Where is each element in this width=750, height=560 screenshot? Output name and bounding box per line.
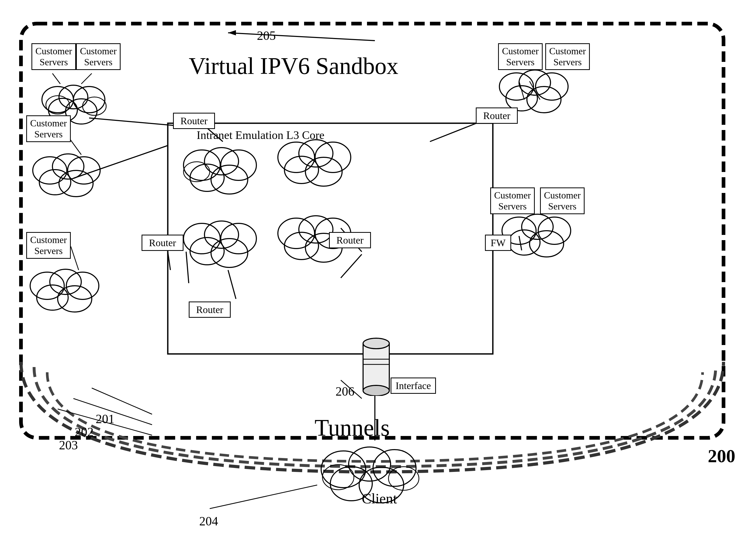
svg-line-59 — [53, 74, 60, 84]
tunnels-label: Tunnels — [315, 414, 390, 441]
svg-point-45 — [278, 218, 315, 248]
cs-box-3: CustomerServers — [26, 115, 71, 142]
svg-marker-76 — [228, 30, 236, 35]
svg-point-4 — [74, 86, 105, 113]
svg-point-29 — [183, 150, 220, 180]
svg-point-32 — [190, 164, 224, 192]
svg-line-72 — [341, 254, 362, 278]
svg-point-3 — [59, 85, 88, 109]
svg-point-84 — [363, 385, 389, 396]
svg-point-16 — [66, 272, 99, 299]
svg-point-12 — [39, 169, 71, 195]
client-label: Client — [362, 490, 397, 507]
svg-point-43 — [190, 238, 224, 265]
svg-point-28 — [529, 231, 564, 257]
svg-line-68 — [168, 252, 170, 270]
svg-point-42 — [221, 223, 256, 254]
cs-box-4: CustomerServers — [26, 232, 71, 259]
router-box-4: Router — [189, 301, 231, 318]
svg-point-37 — [315, 142, 351, 173]
svg-point-26 — [538, 217, 571, 244]
ref-203: 203 — [59, 438, 78, 452]
svg-point-10 — [53, 154, 84, 179]
svg-line-73 — [519, 236, 522, 251]
svg-point-17 — [37, 285, 68, 310]
svg-line-62 — [71, 246, 79, 270]
svg-point-21 — [535, 73, 568, 100]
svg-point-20 — [519, 70, 550, 95]
svg-line-57 — [89, 118, 178, 126]
svg-point-8 — [83, 97, 106, 115]
router-box-5: Router — [329, 232, 371, 248]
svg-point-30 — [204, 147, 239, 175]
svg-point-40 — [183, 223, 220, 254]
svg-point-34 — [183, 162, 210, 182]
cs-box-5: CustomerServers — [498, 43, 543, 70]
svg-line-65 — [430, 122, 480, 142]
ref-202: 202 — [75, 425, 94, 439]
svg-point-9 — [33, 157, 67, 184]
svg-line-69 — [186, 252, 189, 283]
cs-box-1: CustomerServers — [32, 43, 76, 70]
svg-point-83 — [363, 338, 389, 349]
ref-206: 206 — [336, 384, 354, 399]
svg-point-11 — [68, 157, 100, 184]
ref-201: 201 — [96, 412, 115, 426]
svg-point-13 — [59, 171, 93, 197]
svg-point-2 — [42, 86, 74, 113]
svg-line-81 — [210, 485, 317, 508]
svg-point-51 — [349, 447, 391, 481]
diagram-title: Virtual IPV6 Sandbox — [189, 53, 399, 79]
svg-point-19 — [500, 73, 533, 100]
svg-point-38 — [284, 156, 319, 183]
svg-point-50 — [321, 451, 366, 488]
svg-point-31 — [221, 150, 256, 180]
svg-point-56 — [388, 467, 419, 490]
svg-point-25 — [522, 214, 553, 239]
ref-205: 205 — [257, 28, 276, 43]
cs-box-6: CustomerServers — [545, 43, 590, 70]
cs-box-2: CustomerServers — [76, 43, 121, 70]
svg-point-18 — [58, 286, 92, 312]
svg-point-33 — [211, 165, 248, 194]
svg-point-7 — [46, 96, 69, 114]
cs-box-8: CustomerServers — [540, 187, 585, 214]
svg-line-60 — [81, 74, 92, 84]
svg-point-36 — [299, 140, 333, 167]
svg-line-75 — [228, 33, 375, 41]
svg-point-52 — [373, 449, 416, 486]
svg-line-58 — [74, 145, 168, 178]
cs-box-7: CustomerServers — [490, 187, 535, 214]
svg-point-41 — [204, 221, 239, 248]
svg-point-14 — [30, 272, 64, 299]
interface-cylinder — [359, 333, 393, 396]
svg-point-23 — [527, 86, 561, 113]
router-box-1: Router — [173, 113, 215, 129]
diagram-number: 200 — [708, 446, 735, 467]
svg-line-66 — [529, 81, 540, 100]
svg-point-44 — [211, 239, 248, 267]
svg-point-39 — [305, 157, 342, 186]
svg-line-78 — [92, 388, 152, 414]
diagram-container: Virtual IPV6 Sandbox Intranet Emulation … — [0, 0, 750, 560]
svg-point-35 — [278, 142, 315, 173]
svg-point-15 — [50, 269, 81, 295]
svg-point-27 — [509, 230, 540, 255]
svg-point-46 — [299, 216, 333, 243]
svg-rect-82 — [363, 343, 389, 391]
svg-point-48 — [284, 232, 319, 260]
router-box-3: Router — [142, 235, 183, 251]
fw-box: FW — [485, 235, 511, 251]
interface-box: Interface — [391, 378, 436, 394]
svg-point-55 — [322, 464, 354, 490]
svg-point-22 — [506, 86, 538, 111]
intranet-core-label: Intranet Emulation L3 Core — [197, 128, 325, 142]
router-box-2: Router — [476, 107, 518, 124]
svg-line-70 — [228, 270, 236, 299]
svg-line-67 — [519, 81, 524, 100]
ref-204: 204 — [199, 514, 218, 528]
